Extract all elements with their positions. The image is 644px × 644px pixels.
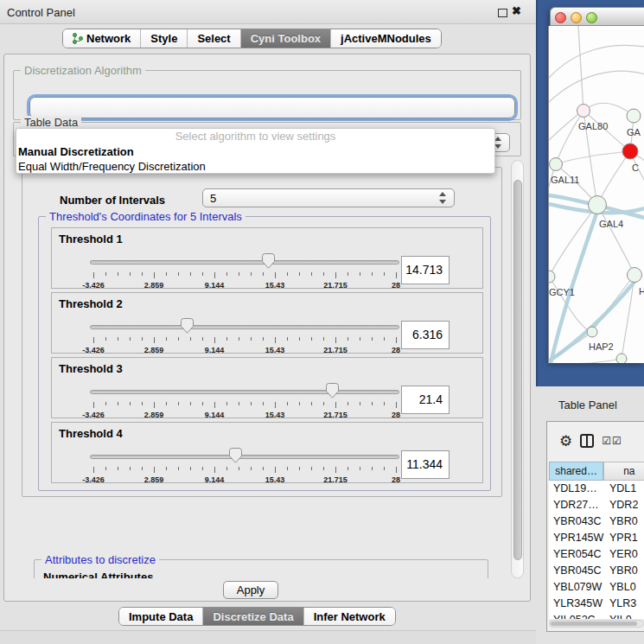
dropdown-option-manual[interactable]: Manual Discretization [16,144,494,159]
slider-tick-label: 9.144 [205,346,225,354]
threshold-label: Threshold 3 [59,362,123,375]
checkbox-icon[interactable]: ☑☑ [602,435,622,447]
table-row[interactable]: YPR145WYPR1 [549,530,644,546]
network-node[interactable] [616,354,627,363]
cell-name: YBR0 [609,563,644,579]
slider-tick [323,272,324,276]
tab-impute-data[interactable]: Impute Data [119,608,203,625]
slider-tick [263,467,264,470]
table-row[interactable]: YLR345WYLR3 [549,596,644,612]
traffic-light-zoom-icon[interactable] [586,12,597,23]
table-row[interactable]: YBR045CYBR0 [549,563,644,579]
tab-style[interactable]: Style [141,29,188,48]
algorithm-combobox[interactable] [29,97,515,118]
dropdown-option-equal-width[interactable]: Equal Width/Frequency Discretization [16,159,494,174]
float-window-icon[interactable] [498,9,507,17]
table-rows[interactable]: YDL19…YDL1YDR27…YDR2YBR043CYBR0YPR145WYP… [549,481,644,619]
slider-thumb[interactable] [262,253,275,269]
cell-name: YBR0 [609,513,644,530]
threshold-value-field[interactable]: 6.316 [401,321,450,349]
scrollbar-thumb[interactable] [513,180,522,560]
threshold-label: Threshold 2 [59,297,123,310]
network-node[interactable] [550,158,563,171]
table-horizontal-scrollbar[interactable] [549,620,644,628]
slider-tick [130,402,131,405]
threshold-value-field[interactable]: 21.4 [401,386,450,414]
threshold-value-field[interactable]: 14.713 [401,256,450,284]
tab-discretize-data[interactable]: Discretize Data [203,608,303,625]
slider-thumb[interactable] [326,383,339,399]
slider-tick [239,337,239,341]
network-node-label: GA [627,127,641,137]
gear-icon[interactable]: ⚙ [559,434,572,449]
slider-tick [335,467,336,473]
interval-definition-group: Interval Definition Number of Intervals … [22,167,502,497]
network-node[interactable] [622,143,638,159]
table-row[interactable]: YBL079WYBL0 [549,579,644,596]
traffic-light-close-icon[interactable] [555,12,566,23]
slider-tick [384,467,385,470]
network-canvas[interactable]: GAL80GACGAL11GAL4GCY1HHAP2 [548,26,644,363]
slider-tick [105,272,106,276]
network-node[interactable] [627,109,641,123]
column-header-shared-name[interactable]: shared… [549,462,603,481]
tab-network[interactable]: Network [63,29,141,48]
cell-shared-name: YER054C [549,546,609,563]
slider-thumb[interactable] [181,318,194,334]
tab-cyni-toolbox[interactable]: Cyni Toolbox [241,29,331,48]
slider-tick [251,337,252,341]
threshold-value-field[interactable]: 11.344 [401,450,450,479]
settings-scroll-viewport: Interval Definition Number of Intervals … [15,160,509,578]
settings-scrollbar[interactable] [511,160,524,578]
tab-label: Style [150,32,177,45]
network-node[interactable] [589,196,607,214]
table-row[interactable]: YDL19…YDL1 [549,481,644,497]
slider-tick [166,337,167,341]
slider-tick [93,337,94,343]
number-of-intervals-combobox[interactable]: 5 [202,188,455,207]
network-node-label: GCY1 [549,287,575,297]
slider-tick-label: 28 [392,346,400,354]
slider-tick [360,467,360,470]
network-node-label: GAL4 [599,219,623,229]
scrollbar-thumb[interactable] [551,622,637,626]
slider-tick [226,272,227,276]
split-columns-icon[interactable] [580,434,594,448]
threshold-slider[interactable]: -3.4262.8599.14415.4321.71528 [93,252,396,289]
threshold-slider[interactable]: -3.4262.8599.14415.4321.71528 [93,317,396,354]
table-row[interactable]: YIL052CYIL0 [549,612,644,619]
slider-tick [105,467,106,470]
close-icon[interactable]: ✖ [512,4,521,17]
number-of-intervals-label: Number of Intervals [60,194,165,207]
apply-button[interactable]: Apply [223,581,278,599]
network-window-titlebar[interactable] [550,7,644,26]
tab-jactivemnodules[interactable]: jActiveMNodules [331,29,441,48]
tab-select[interactable]: Select [188,29,240,48]
network-node[interactable] [577,105,590,118]
slider-tick [239,402,239,405]
bottom-strip [0,630,536,644]
group-title: Threshold's Coordinates for 5 Intervals [46,210,245,223]
table-row[interactable]: YBR043CYBR0 [549,513,644,530]
slider-tick [154,402,155,408]
control-panel-header: Control Panel ✖ [0,0,536,24]
slider-tick [348,467,348,470]
table-row[interactable]: YER054CYER0 [549,546,644,563]
slider-thumb[interactable] [229,448,242,463]
tab-label: jActiveMNodules [341,32,431,45]
threshold-slider[interactable]: -3.4262.8599.14415.4321.71528 [93,447,396,483]
network-node[interactable] [549,271,555,283]
slider-tick-label: -3.426 [82,346,105,354]
slider-tick [166,467,167,470]
slider-tick [118,272,118,276]
slider-tick-label: 9.144 [205,475,225,484]
traffic-light-minimize-icon[interactable] [571,12,582,23]
table-row[interactable]: YDR27…YDR2 [549,497,644,513]
threshold-slider[interactable]: -3.4262.8599.14415.4321.71528 [93,382,396,418]
slider-tick [202,337,203,341]
network-node[interactable] [587,327,597,337]
network-node[interactable] [628,268,642,283]
slider-tick [226,467,227,470]
tab-infer-network[interactable]: Infer Network [304,608,395,625]
column-header-name[interactable]: na [603,462,644,481]
